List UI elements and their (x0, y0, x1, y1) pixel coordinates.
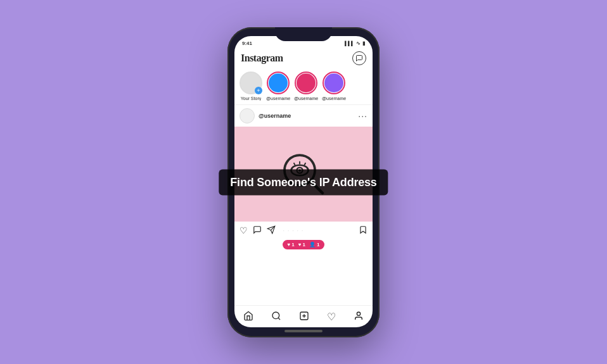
story-1[interactable]: @username (266, 72, 290, 101)
nav-search-icon[interactable] (271, 311, 281, 323)
likes-badge-likes: ♥ 1 (298, 242, 305, 248)
like-icon[interactable]: ♡ (240, 225, 248, 235)
heart-count: 1 (291, 242, 294, 248)
share-icon[interactable] (267, 225, 276, 236)
svg-point-15 (357, 312, 360, 315)
story-1-label: @username (266, 96, 290, 101)
post-dots-indicator: · · · · · (283, 229, 304, 232)
status-time: 9:41 (242, 41, 252, 46)
user-icon-badge: 👤 (309, 242, 316, 248)
post-header: @username ··· (234, 104, 373, 127)
story-2-circle (295, 72, 317, 94)
title-text: Find Someone's IP Address (230, 175, 376, 188)
heart-icon-badge: ♥ (288, 242, 291, 248)
post-avatar (240, 108, 255, 123)
nav-home-icon[interactable] (243, 311, 253, 323)
svg-line-6 (305, 163, 306, 165)
scene: 9:41 ▌▌▌ ∿ ▮ Instagram (215, 18, 392, 347)
stories-row: Your Story @username @username (234, 68, 373, 104)
story-3-label: @username (322, 96, 346, 101)
bookmark-icon[interactable] (359, 225, 367, 236)
story-3[interactable]: @username (322, 72, 346, 101)
battery-icon: ▮ (362, 41, 365, 46)
bottom-nav: ♡ (234, 305, 373, 327)
nav-add-icon[interactable] (299, 311, 309, 323)
post-options[interactable]: ··· (358, 111, 367, 121)
likes-row: ♥ 1 ♥ 1 👤 1 (234, 239, 373, 252)
nav-heart-icon[interactable]: ♡ (327, 311, 336, 323)
heart-icon-badge-2: ♥ (298, 242, 302, 248)
likes-badge-users: 👤 1 (309, 242, 319, 248)
story-2-label: @username (294, 96, 318, 101)
story-1-circle (267, 72, 290, 94)
your-story-circle (240, 72, 262, 94)
comment-icon[interactable] (253, 225, 262, 236)
user-count: 1 (317, 242, 319, 248)
phone-home-indicator (284, 330, 323, 332)
messenger-icon[interactable] (352, 51, 366, 65)
story-your[interactable]: Your Story (240, 72, 262, 101)
phone-notch (275, 27, 332, 41)
your-story-label: Your Story (241, 96, 261, 101)
svg-line-7 (294, 163, 295, 165)
svg-line-11 (278, 318, 280, 320)
story-3-circle (323, 72, 345, 94)
likes-badge: ♥ 1 ♥ 1 👤 1 (283, 240, 325, 249)
post-username: @username (259, 113, 291, 119)
heart-count-2: 1 (303, 242, 305, 248)
post-actions: ♡ · · · · · (234, 222, 373, 239)
story-2[interactable]: @username (294, 72, 318, 101)
likes-badge-hearts: ♥ 1 (288, 242, 295, 248)
title-overlay: Find Someone's IP Address (219, 169, 388, 195)
wifi-icon: ∿ (356, 41, 361, 46)
svg-point-10 (272, 312, 279, 319)
status-icons: ▌▌▌ ∿ ▮ (345, 41, 365, 46)
nav-profile-icon[interactable] (354, 311, 364, 323)
instagram-logo: Instagram (241, 53, 283, 64)
instagram-header: Instagram (234, 49, 373, 68)
signal-icon: ▌▌▌ (345, 41, 354, 46)
